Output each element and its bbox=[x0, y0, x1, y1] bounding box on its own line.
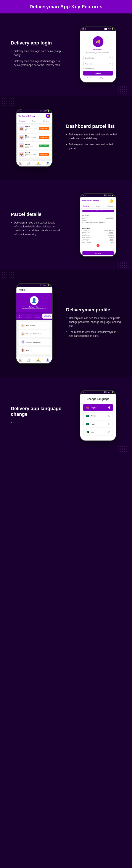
status-time-dash: 11:11 bbox=[18, 111, 23, 112]
section-login: Delivery app login Delivery man can logi… bbox=[0, 13, 132, 96]
parcel-item-2[interactable]: 📦 Elina #INV002, ২,৫৫৬ tdt Map > Change … bbox=[18, 134, 51, 141]
action-btn-label: Delivered bbox=[95, 252, 101, 254]
lang-label-english: English bbox=[91, 407, 96, 409]
menu-change-language[interactable]: 🌐 Change Language bbox=[18, 339, 50, 345]
parcel-item-1[interactable]: 📦 User 1 #INV001, কলাবাগান, Full pdt Map… bbox=[18, 125, 51, 132]
login-subtitle: Please enter your user information. bbox=[83, 52, 113, 54]
parcel-item-4[interactable]: 📦 User 4 #INV004, ১,৫৫৬ tdt Map > Change… bbox=[18, 151, 51, 158]
language-option-bhd[interactable]: 🇵🇰 BHD bbox=[83, 429, 113, 436]
section-parcel: Parcel details Deliveryman see their par… bbox=[0, 180, 132, 270]
section-language-text: Delivery app language change bbox=[6, 401, 70, 430]
section-profile-bullets: Deliveryman can see their profile, edit … bbox=[66, 316, 121, 338]
section-login-text: Delivery app login Delivery man can logi… bbox=[6, 36, 70, 73]
phone-mockup-language: 11:11 ▌▌▌ WiFi 🔋 Change Language 🇬🇧 Engl… bbox=[80, 390, 117, 441]
notification-icon[interactable]: 🔔 bbox=[46, 114, 50, 118]
pickup-time-row: Pickup Time 00:00:00 bbox=[82, 233, 114, 235]
profile-nav-history[interactable]: 📋 History bbox=[27, 359, 31, 362]
cancel-icon[interactable]: ✕ bbox=[96, 244, 99, 247]
section-language-phone: 11:11 ▌▌▌ WiFi 🔋 Change Language 🇬🇧 Engl… bbox=[70, 390, 126, 441]
parcel-detail-2: #INV002, ২,৫৫৬ tdt bbox=[25, 137, 38, 138]
email-input[interactable]: Email/Mobile* ✉ bbox=[83, 56, 113, 60]
address-label: Address bbox=[82, 220, 87, 221]
history-nav-icon: 📋 bbox=[28, 359, 30, 361]
menu-change-password[interactable]: 🔒 Change Password bbox=[18, 330, 50, 337]
parcel-map-4: Map > bbox=[25, 155, 38, 156]
bullet-login-1: Delivery man can login from delivery app… bbox=[11, 49, 66, 57]
page-header: Deliveryman App Key Features bbox=[0, 0, 132, 13]
nav-history-label: History bbox=[27, 164, 31, 165]
menu-logout[interactable]: 🚪 Log Out bbox=[18, 347, 50, 354]
language-option-arabic[interactable]: 🇸🇦 عربي bbox=[83, 421, 113, 428]
tab-return[interactable]: Return bbox=[28, 119, 40, 123]
assign-badge: Assigned Order History bbox=[82, 210, 114, 212]
dashboard-header: We Courier Delivery 🔔 bbox=[16, 113, 52, 119]
language-option-english[interactable]: 🇬🇧 English bbox=[83, 404, 113, 411]
signin-button[interactable]: Sign In bbox=[83, 71, 113, 75]
bullet-profile-2: The button to view their total deliverym… bbox=[66, 330, 121, 338]
section-parcel-phone: 11:11 ▌▌▌ WiFi 🔋 We Courier Delivery 🔔 P… bbox=[70, 193, 126, 257]
dots-deco-profile bbox=[2, 272, 14, 278]
profile-screen: Profile 👤 Delivery Man deliveryman@examp… bbox=[16, 287, 52, 363]
nav-home[interactable]: 🏠 Home bbox=[18, 162, 22, 165]
change-password-label: Change Password bbox=[27, 333, 40, 335]
section-language-title: Delivery app language change bbox=[11, 406, 66, 417]
lang-label-arabic: عربي bbox=[91, 423, 95, 425]
detail-tab-return[interactable]: Return bbox=[92, 204, 104, 208]
vat-value: 50.00 bbox=[110, 239, 114, 240]
detail-notif-icon[interactable]: 🔔 bbox=[109, 198, 114, 203]
profile-nav-home[interactable]: 🏠 Home bbox=[19, 359, 22, 362]
address-value: #INV-001, test-123, Delivery Gateway... bbox=[82, 222, 114, 223]
flag-arabic: 🇸🇦 bbox=[86, 422, 89, 426]
pickup-time-label: Pickup Time bbox=[82, 233, 90, 235]
action-button[interactable]: Delivered bbox=[82, 251, 114, 255]
detail-tab-pending[interactable]: Pending bbox=[80, 204, 92, 208]
bullet-dashboard-2: Deliveryman, and see only assign their p… bbox=[66, 143, 121, 150]
stat-cancelled-val: 0 bbox=[35, 314, 40, 316]
parcel-name-3: Emma bbox=[25, 144, 38, 145]
detail-tab-delivered[interactable]: Delivered bbox=[104, 204, 116, 208]
cod-label: COD Amount bbox=[82, 237, 90, 238]
login-logo-circle: 🚚 bbox=[93, 36, 103, 47]
vat-row: Vat Amount 50.00 bbox=[82, 239, 114, 240]
menu-edit-profile[interactable]: ✏️ Edit Profile bbox=[18, 322, 50, 329]
tab-delivered[interactable]: Delivered bbox=[40, 119, 52, 123]
parcel-info-2: Elina #INV002, ২,৫৫৬ tdt Map > bbox=[25, 135, 38, 140]
phone-value: 01700000000 bbox=[105, 218, 114, 219]
dashboard-nav: 🏠 Home 📋 History 🔔 Notification 👤 Profil… bbox=[16, 160, 52, 166]
parcel-status-btn-2[interactable]: Change Status bbox=[39, 136, 49, 139]
password-input[interactable]: Password* 👁 bbox=[83, 62, 113, 66]
nav-history[interactable]: 📋 History bbox=[27, 162, 31, 165]
tracking-row: Tracking Id INV-123456789 bbox=[82, 230, 114, 231]
remember-me[interactable]: ☐ Remember Me bbox=[83, 68, 113, 69]
tracking-label: Tracking Id bbox=[82, 230, 89, 231]
profile-nav-profile[interactable]: 👤 Profile bbox=[46, 359, 49, 362]
dots-deco-lang bbox=[118, 446, 130, 452]
profile-nav-notification[interactable]: 🔔 Notification bbox=[36, 359, 41, 362]
parcel-status-btn-1[interactable]: Change Status bbox=[39, 127, 49, 130]
dashboard-brand: We Courier Delivery bbox=[18, 115, 35, 117]
signup-link[interactable]: Don't have an account? Sign Up here bbox=[83, 77, 113, 79]
section-language-bullets bbox=[11, 421, 66, 423]
parcel-status-btn-3[interactable]: Change Status bbox=[39, 145, 49, 147]
detail-tabs: Pending Return Delivered bbox=[80, 204, 116, 209]
phone-mockup-profile: 11:11 ▌▌▌ WiFi 🔋 Profile 👤 Delivery Man … bbox=[16, 283, 53, 364]
battery-icon: 🔋 bbox=[112, 28, 114, 30]
nav-notification[interactable]: 🔔 Notification bbox=[35, 162, 42, 165]
tab-pending[interactable]: Pending bbox=[16, 119, 28, 123]
radio-bangla bbox=[108, 415, 111, 417]
phone-status-bar: 11:11 ▌▌▌ WiFi 🔋 bbox=[80, 27, 116, 31]
phone-status-bar-parcel: 11:11 ▌▌▌ WiFi 🔋 bbox=[80, 194, 116, 197]
parcel-status-btn-4[interactable]: Change Status bbox=[39, 153, 49, 156]
current-payment-row: Current Payment 200.00 bbox=[82, 240, 114, 242]
detail-header: We Courier Delivery 🔔 bbox=[80, 197, 116, 204]
cash-row: Cash Collection 0.00 bbox=[82, 242, 114, 243]
nav-profile[interactable]: 👤 Profile bbox=[46, 162, 50, 165]
merchant-address-row: Address bbox=[82, 220, 114, 221]
wifi-icon: WiFi bbox=[108, 28, 111, 30]
language-option-bangla[interactable]: 🇧🇩 Bangla bbox=[83, 412, 113, 419]
stat-cancelled-label: Cancelled bbox=[35, 316, 40, 318]
parcel-item-3[interactable]: 📦 Emma #INV003, test Map > Change Status bbox=[18, 142, 51, 150]
flag-bangla: 🇧🇩 bbox=[86, 414, 89, 417]
current-value: 200.00 bbox=[109, 240, 114, 242]
detail-brand: We Courier Delivery bbox=[82, 199, 99, 202]
